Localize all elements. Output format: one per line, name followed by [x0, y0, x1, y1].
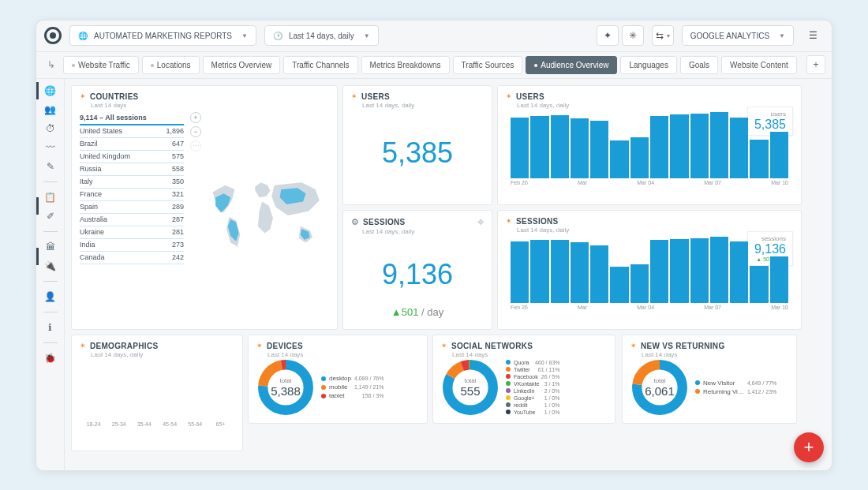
country-row[interactable]: India273: [80, 239, 184, 252]
report-selector[interactable]: 🌐 AUTOMATED MARKETING REPORTS ▼: [69, 25, 256, 46]
tab-locations[interactable]: Locations: [142, 56, 200, 74]
dots-icon: ⋯: [193, 142, 200, 150]
bar: [750, 266, 768, 302]
sidebar: 🌐 👥 ⏱ 〰 ✎ 📋 ✐ 🏛 🔌 👤 ℹ 🐞: [36, 79, 65, 470]
sessions-barchart[interactable]: [506, 234, 793, 303]
bar: [511, 241, 529, 303]
bar: [630, 137, 649, 178]
bar: [590, 245, 608, 302]
tab-goals[interactable]: Goals: [680, 56, 718, 74]
demographics-chart[interactable]: [80, 358, 234, 420]
clock-icon: 🕑: [273, 32, 282, 40]
newret-donut[interactable]: total6,061: [630, 358, 689, 417]
date-range-selector[interactable]: 🕑 Last 14 days, daily ▼: [264, 25, 379, 46]
gear-icon: ⚙: [351, 217, 359, 227]
tab-traffic-channels[interactable]: Traffic Channels: [283, 56, 357, 74]
bar: [530, 240, 548, 302]
tab-website-traffic[interactable]: Website Traffic: [63, 56, 139, 74]
collapse-button[interactable]: −: [190, 126, 201, 137]
sidebar-icon-clipboard[interactable]: 📋: [45, 192, 56, 203]
sidebar-icon-globe[interactable]: 🌐: [45, 85, 56, 96]
bar: [690, 114, 709, 178]
sidebar-icon-timer[interactable]: ⏱: [45, 123, 56, 134]
analytics-icon: ✶: [441, 342, 447, 350]
analytics-icon: ✶: [630, 342, 637, 350]
analytics-icon: ✶: [506, 217, 512, 225]
country-row[interactable]: Spain289: [80, 201, 184, 214]
add-tab-button[interactable]: +: [806, 55, 825, 74]
users-value: 5,385: [351, 109, 484, 198]
tab-metrics-breakdowns[interactable]: Metrics Breakdowns: [361, 56, 450, 74]
country-row[interactable]: Russia558: [80, 163, 184, 176]
tab-traffic-sources[interactable]: Traffic Sources: [453, 56, 523, 74]
expand-button[interactable]: +: [190, 112, 201, 123]
legend-item: Facebook26 / 5%: [506, 373, 560, 380]
legend-item: Quora460 / 83%: [506, 359, 560, 366]
plus-icon: +: [813, 59, 818, 70]
country-row[interactable]: United States1,896: [80, 125, 184, 138]
country-row[interactable]: Italy350: [80, 176, 184, 189]
paint-button[interactable]: ✦: [597, 25, 619, 46]
dashboard-grid: ✶ COUNTRIES Last 14 days 9,114 – All ses…: [65, 79, 832, 470]
sidebar-icon-bank[interactable]: 🏛: [45, 241, 56, 252]
legend-item: YouTube1 / 0%: [506, 409, 560, 416]
legend-item: tablet150 / 3%: [321, 391, 383, 400]
bar: [551, 240, 569, 303]
sessions-delta: ▲501 / day: [351, 306, 484, 318]
card-devices: ✶DEVICES Last 14 days total5,388 desktop…: [248, 335, 428, 424]
sidebar-icon-account[interactable]: 👤: [45, 291, 56, 302]
sparkle-icon: ✳: [629, 30, 637, 41]
bar: [730, 118, 748, 178]
legend-item: desktop4,089 / 76%: [321, 374, 383, 383]
social-donut[interactable]: total555: [441, 358, 499, 417]
countries-table: 9,114 – All sessions United States1,896B…: [80, 112, 184, 323]
country-row[interactable]: France321: [80, 189, 184, 201]
return-icon: ↳: [47, 59, 55, 70]
card-demographics: ✶DEMOGRAPHICS Last 14 days, daily 18-242…: [71, 335, 243, 451]
card-users-metric: ✶USERS Last 14 days, daily 5,385: [342, 85, 492, 205]
legend-item: mobile1,149 / 21%: [321, 383, 383, 391]
sidebar-icon-pencil[interactable]: ✐: [45, 211, 56, 222]
add-widget-fab[interactable]: +: [794, 432, 824, 462]
sidebar-icon-bug[interactable]: 🐞: [45, 353, 56, 364]
theme-button[interactable]: ✳: [622, 25, 644, 46]
tab-audience-overview[interactable]: Audience Overview: [526, 56, 617, 74]
card-countries: ✶ COUNTRIES Last 14 days 9,114 – All ses…: [71, 85, 338, 330]
topbar: 🌐 AUTOMATED MARKETING REPORTS ▼ 🕑 Last 1…: [36, 21, 832, 52]
sidebar-icon-users[interactable]: 👥: [45, 104, 56, 115]
country-row[interactable]: United Kingdom575: [80, 151, 184, 163]
bar: [710, 237, 728, 303]
devices-donut[interactable]: total5,388: [256, 358, 315, 417]
tab-back-button[interactable]: ↳: [43, 59, 60, 70]
world-map[interactable]: [206, 112, 329, 323]
sidebar-icon-path[interactable]: 〰: [45, 142, 56, 153]
share-button[interactable]: ⇆▾: [652, 25, 674, 46]
analytics-icon: ✶: [80, 342, 86, 350]
country-row[interactable]: Canada242: [80, 252, 184, 264]
minus-icon: −: [193, 128, 197, 136]
card-users-chart: ✶USERS Last 14 days, daily users 5,385 F…: [497, 85, 802, 205]
connector-label: GOOGLE ANALYTICS: [690, 32, 769, 40]
country-row[interactable]: Brazil647: [80, 138, 184, 151]
legend-item: Returning Vi…1,412 / 23%: [695, 387, 776, 396]
legend-item: reddit1 / 0%: [506, 402, 560, 409]
move-icon[interactable]: ✥: [477, 218, 484, 226]
tab-metrics-overview[interactable]: Metrics Overview: [203, 56, 281, 74]
bar: [710, 112, 728, 178]
analytics-icon: ✶: [256, 342, 263, 350]
country-row[interactable]: Australia287: [80, 214, 184, 226]
date-range-label: Last 14 days, daily: [289, 32, 354, 40]
tab-languages[interactable]: Languages: [620, 56, 677, 74]
bar: [511, 118, 529, 178]
sidebar-icon-info[interactable]: ℹ: [45, 322, 56, 333]
connector-selector[interactable]: GOOGLE ANALYTICS ▼: [682, 25, 794, 46]
chevron-down-icon: ▼: [241, 32, 248, 39]
sidebar-icon-plug[interactable]: 🔌: [45, 260, 56, 271]
users-barchart[interactable]: [506, 109, 793, 178]
menu-button[interactable]: ☰: [802, 25, 824, 46]
card-social: ✶SOCIAL NETWORKS Last 14 days total555 Q…: [432, 335, 615, 424]
sidebar-icon-edit[interactable]: ✎: [45, 161, 56, 172]
country-row[interactable]: Ukraine281: [80, 226, 184, 239]
tab-website-content[interactable]: Website Content: [721, 56, 797, 74]
more-button[interactable]: ⋯: [190, 140, 201, 151]
